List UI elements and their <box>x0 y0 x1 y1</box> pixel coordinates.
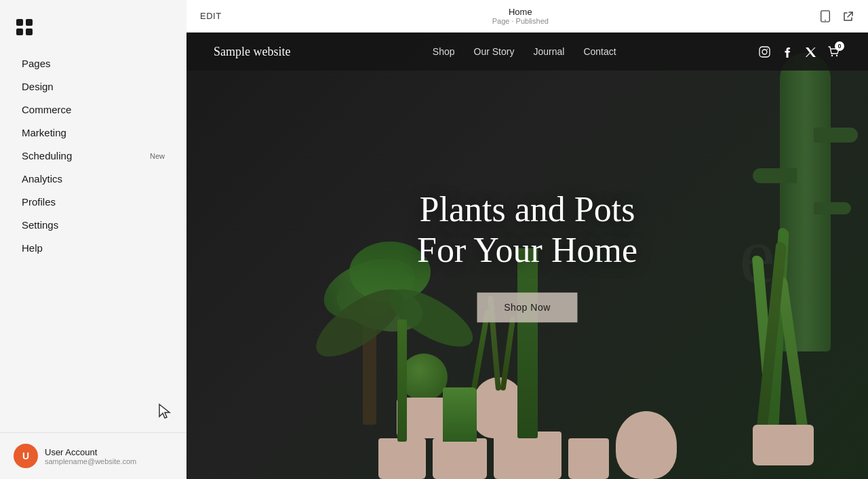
hero-text: Plants and Pots For Your Home Shop Now <box>417 189 637 322</box>
pot-group-5 <box>616 411 677 479</box>
pot-group-2 <box>433 438 487 479</box>
pot-group-1 <box>378 438 426 479</box>
sidebar-navigation: Pages Design Commerce Marketing Scheduli… <box>0 52 186 432</box>
svg-point-9 <box>831 54 833 56</box>
svg-point-8 <box>767 48 768 50</box>
page-status: Page · Published <box>492 17 549 25</box>
sidebar-item-marketing[interactable]: Marketing <box>5 121 181 144</box>
squarespace-logo-icon <box>14 16 35 38</box>
scheduling-new-badge: New <box>150 152 165 160</box>
sidebar-item-design[interactable]: Design <box>5 75 181 98</box>
sidebar-user[interactable]: U User Account samplename@website.com <box>0 432 186 479</box>
stem-1 <box>397 320 407 442</box>
svg-rect-1 <box>26 19 33 26</box>
svg-point-7 <box>762 50 767 54</box>
instagram-icon[interactable] <box>758 45 772 58</box>
round-big-pot <box>616 411 677 479</box>
main-content: EDIT Home Page · Published <box>186 0 868 479</box>
cactus-arm-right2 <box>814 202 851 214</box>
nav-link-contact[interactable]: Contact <box>583 46 616 57</box>
user-info: User Account samplename@website.com <box>45 447 136 465</box>
cactus-arm-right <box>814 128 858 142</box>
topbar-center: Home Page · Published <box>492 7 549 25</box>
hero-headline: Plants and Pots For Your Home <box>417 189 637 271</box>
rect-pot-1 <box>378 438 426 479</box>
cart-icon[interactable]: 0 <box>827 45 841 58</box>
twitter-icon[interactable] <box>804 45 818 58</box>
sidebar: Pages Design Commerce Marketing Scheduli… <box>0 0 186 479</box>
topbar-actions <box>819 10 854 22</box>
site-nav-links: Shop Our Story Journal Contact <box>433 46 616 57</box>
center-pot-row <box>378 411 677 479</box>
website-nav: Sample website Shop Our Story Journal Co… <box>186 33 868 71</box>
sidebar-item-settings[interactable]: Settings <box>5 214 181 236</box>
svg-rect-0 <box>16 19 23 26</box>
website-preview: es Sample website Shop Our Story Journal… <box>186 33 868 479</box>
sidebar-item-profiles[interactable]: Profiles <box>5 191 181 213</box>
svg-rect-2 <box>16 28 23 35</box>
cactus-arm-left <box>753 168 797 183</box>
external-link-icon[interactable] <box>842 10 854 22</box>
svg-rect-6 <box>760 47 770 57</box>
nav-link-journal[interactable]: Journal <box>533 46 564 57</box>
user-name: User Account <box>45 447 136 457</box>
palm-plant <box>363 289 376 425</box>
plant-2 <box>443 387 477 442</box>
avatar: U <box>14 444 38 468</box>
pot-group-3 <box>494 432 561 479</box>
facebook-icon[interactable] <box>781 45 795 58</box>
sidebar-item-scheduling[interactable]: Scheduling New <box>5 145 181 167</box>
cart-badge: 0 <box>835 41 844 51</box>
rect-pot-2 <box>433 438 487 479</box>
edit-button[interactable]: EDIT <box>200 11 222 21</box>
svg-point-5 <box>825 19 826 20</box>
sidebar-item-analytics[interactable]: Analytics <box>5 168 181 190</box>
nav-link-shop[interactable]: Shop <box>433 46 455 57</box>
topbar: EDIT Home Page · Published <box>186 0 868 33</box>
sidebar-item-pages[interactable]: Pages <box>5 52 181 75</box>
site-social-icons: 0 <box>758 45 841 58</box>
svg-rect-3 <box>26 28 33 35</box>
nav-link-our-story[interactable]: Our Story <box>474 46 515 57</box>
pot-group-4 <box>568 438 609 479</box>
page-title: Home <box>509 7 532 17</box>
cursor-icon <box>158 403 173 425</box>
rect-pot-4 <box>568 438 609 479</box>
user-email: samplename@website.com <box>45 457 136 465</box>
mobile-preview-icon[interactable] <box>819 10 831 22</box>
site-title: Sample website <box>214 45 290 59</box>
snake-pot <box>753 425 814 465</box>
sidebar-logo <box>0 0 186 52</box>
ball-cactus <box>400 353 448 401</box>
hero-cta-button[interactable]: Shop Now <box>477 292 578 322</box>
sidebar-item-help[interactable]: Help <box>5 237 181 259</box>
rect-pot-3 <box>494 432 561 479</box>
svg-point-10 <box>836 54 837 56</box>
sidebar-item-commerce[interactable]: Commerce <box>5 98 181 121</box>
